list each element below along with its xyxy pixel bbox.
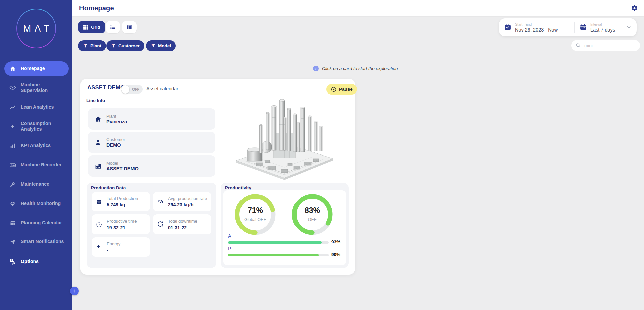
interval-select[interactable]: Interval Last 7 days (575, 22, 637, 33)
tile-label: Total downtime (168, 219, 197, 224)
search-input[interactable] (584, 43, 644, 48)
filter-model-button[interactable]: Model (146, 40, 176, 51)
grid-icon (83, 25, 88, 30)
filter-customer-label: Customer (118, 43, 140, 48)
gauge-global-oee: 71% Global OEE (234, 194, 276, 235)
productivity-chart-card: 71% Global OEE 83% OEE A 93% P (223, 190, 346, 265)
sidebar-item-kpi-analytics[interactable]: KPI Analytics (4, 138, 69, 153)
gauge-value: 83% (291, 206, 333, 215)
filter-plant-button[interactable]: Plant (78, 40, 106, 51)
app-root: MAT Homepage Machine Supervision Lean An… (0, 0, 644, 310)
list-icon (110, 24, 116, 30)
view-grid-label: Grid (91, 25, 100, 30)
interval-value: Last 7 days (590, 27, 615, 33)
bar-fill (228, 254, 319, 256)
productivity-panel: Productivity 71% Global OEE 83% (221, 183, 349, 268)
date-range-value: Nov 29, 2023 - Now (515, 27, 558, 33)
sidebar-item-label: Smart Notifications (21, 239, 65, 245)
heart-pulse-icon (9, 200, 16, 207)
line-info-row-plant: Plant Piacenza (88, 108, 215, 130)
sidebar-item-label: Health Monitoring (21, 201, 65, 207)
translate-icon (9, 258, 16, 265)
sidebar-item-label: Planning Calendar (21, 220, 65, 226)
downtime-icon (157, 221, 164, 228)
asset-card-title: ASSET DEMO (87, 84, 125, 91)
funnel-icon (83, 43, 88, 48)
sidebar-collapse-button[interactable] (70, 287, 79, 295)
tile-value: - (107, 247, 120, 253)
date-range-picker[interactable]: Start - End Nov 29, 2023 - Now (499, 22, 574, 33)
bar-label-performance: P (228, 246, 231, 251)
home-icon (9, 65, 16, 72)
search-icon (575, 43, 581, 48)
line-info-row-customer: Customer DEMO (88, 132, 215, 153)
search-box (571, 40, 640, 51)
lightning-icon (9, 123, 16, 130)
tile-label: Energy (107, 241, 120, 247)
hint-text: Click on a card to start the exploration (322, 66, 398, 71)
funnel-icon (111, 43, 116, 48)
sidebar-item-label: Machine Recorder (21, 162, 65, 168)
sidebar-item-lean-analytics[interactable]: Lean Analytics (4, 100, 69, 115)
sidebar-item-label: Options (21, 259, 65, 265)
bar-label-availability: A (228, 233, 231, 239)
sidebar-item-options[interactable]: Options (4, 254, 69, 269)
view-grid-button[interactable]: Grid (78, 21, 105, 33)
sidebar-item-label: Maintenance (21, 181, 65, 187)
interval-label: Interval (590, 22, 615, 26)
view-map-button[interactable] (122, 21, 137, 33)
chevron-left-icon (72, 289, 77, 293)
exploration-hint: i Click on a card to start the explorati… (313, 66, 398, 71)
bar-percent: 90% (331, 252, 340, 257)
sidebar-item-consumption-analytics[interactable]: Consumption Analytics (4, 119, 69, 134)
sidebar-item-label: Consumption Analytics (21, 121, 65, 132)
sidebar-item-label: Homepage (21, 66, 65, 72)
wrench-icon (9, 181, 16, 188)
tile-value: 01:31:22 (168, 225, 197, 230)
date-range-widget: Start - End Nov 29, 2023 - Now Interval … (499, 18, 637, 36)
topbar: Homepage (72, 0, 644, 16)
calendar-dots-icon (580, 24, 587, 31)
toggle-state: OFF (132, 87, 139, 91)
sidebar-item-health-monitoring[interactable]: Health Monitoring (4, 196, 69, 211)
filter-model-label: Model (158, 43, 171, 48)
person-icon (94, 139, 102, 146)
sidebar-item-homepage[interactable]: Homepage (4, 61, 69, 76)
sidebar-item-planning-calendar[interactable]: Planning Calendar (4, 215, 69, 230)
bar-performance (228, 254, 329, 256)
sidebar-item-machine-recorder[interactable]: Machine Recorder (4, 158, 69, 172)
productivity-title: Productivity (225, 185, 251, 190)
production-data-title: Production Data (91, 185, 126, 190)
tile-label: Productive time (107, 219, 137, 224)
asset-card[interactable]: ASSET DEMO OFF Asset calendar Pause Line… (80, 79, 355, 275)
view-list-button[interactable] (106, 21, 120, 33)
map-icon (126, 24, 132, 30)
sidebar-item-maintenance[interactable]: Maintenance (4, 177, 69, 192)
home-icon (94, 115, 102, 123)
sidebar-item-machine-supervision[interactable]: Machine Supervision (4, 80, 69, 95)
row-label: Customer (106, 137, 125, 142)
chevron-down-icon (626, 24, 632, 30)
production-data-panel: Production Data Total Production 5,749 k… (87, 183, 216, 268)
pause-button[interactable]: Pause (326, 84, 357, 95)
tile-value: 5,749 kg (107, 202, 138, 207)
tile-label: Total Production (107, 196, 138, 201)
page-title: Homepage (79, 4, 114, 12)
filter-customer-button[interactable]: Customer (106, 40, 144, 51)
sidebar-item-label: Lean Analytics (21, 104, 65, 110)
funnel-icon (151, 43, 156, 48)
toggle-knob (121, 85, 129, 94)
row-value: DEMO (106, 142, 125, 148)
row-value: ASSET DEMO (106, 166, 139, 171)
tile-value: 19:32:21 (107, 225, 137, 230)
asset-calendar-toggle[interactable]: OFF (121, 85, 143, 94)
recorder-icon (9, 161, 16, 169)
tile-energy: Energy - (92, 237, 150, 257)
calendar-check-icon (504, 24, 511, 31)
sidebar-item-label: Machine Supervision (21, 82, 65, 94)
line-info-title: Line Info (86, 98, 105, 103)
gauge-label: OEE (291, 217, 333, 222)
sidebar-item-smart-notifications[interactable]: Smart Notifications (4, 234, 69, 249)
gear-icon[interactable] (631, 5, 638, 12)
energy-icon (96, 244, 103, 250)
